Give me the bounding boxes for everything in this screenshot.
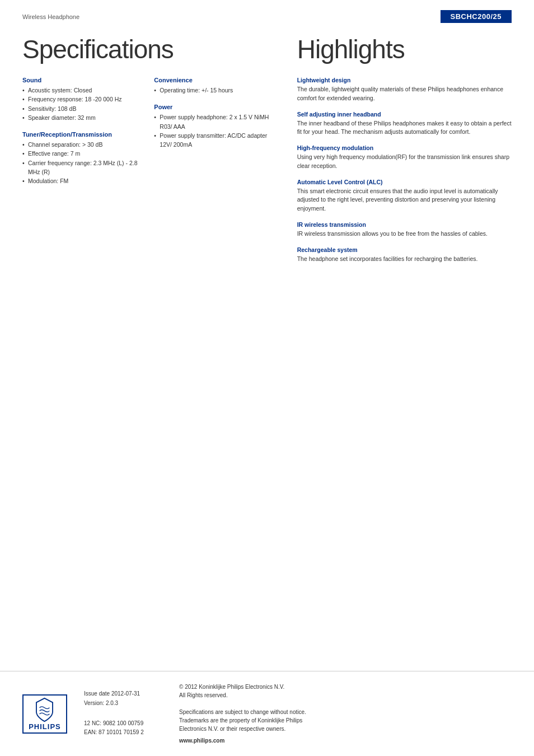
highlights-column: Highlights Lightweight design The durabl… bbox=[292, 29, 512, 271]
highlight-rechargeable: Rechargeable system The headphone set in… bbox=[297, 246, 512, 264]
spec-item: Effective range: 7 m bbox=[22, 149, 143, 158]
highlight-lightweight-title: Lightweight design bbox=[297, 77, 512, 83]
highlights-title: Highlights bbox=[297, 34, 512, 64]
highlight-hf-modulation: High-frequency modulation Using very hig… bbox=[297, 144, 512, 171]
spec-item: Power supply transmitter: AC/DC adapter … bbox=[154, 131, 274, 150]
spec-section-power-title: Power bbox=[154, 104, 274, 110]
philips-logo: PHILIPS bbox=[22, 694, 67, 734]
footer-legal: © 2012 Koninklijke Philips Electronics N… bbox=[179, 683, 512, 745]
spec-list-sound: Acoustic system: Closed Frequency respon… bbox=[22, 86, 143, 122]
spec-item: Operating time: +/- 15 hours bbox=[154, 86, 274, 95]
issue-date: Issue date 2012-07-31 bbox=[84, 690, 162, 697]
legal-text: Specifications are subject to change wit… bbox=[179, 708, 512, 733]
website-link[interactable]: www.philips.com bbox=[179, 736, 512, 745]
philips-shield-icon bbox=[35, 697, 54, 722]
model-number: SBCHC200/25 bbox=[441, 10, 512, 23]
version: Version: 2.0.3 bbox=[84, 700, 162, 706]
highlight-lightweight: Lightweight design The durable, lightwei… bbox=[297, 77, 512, 103]
spec-left-subcol: Sound Acoustic system: Closed Frequency … bbox=[22, 77, 154, 194]
spec-list-tuner: Channel separation: > 30 dB Effective ra… bbox=[22, 140, 143, 185]
philips-logo-text: PHILIPS bbox=[29, 722, 61, 731]
spec-section-convenience: Convenience Operating time: +/- 15 hours bbox=[154, 77, 274, 95]
product-label: Wireless Headphone bbox=[22, 13, 79, 20]
spec-section-tuner: Tuner/Reception/Transmission Channel sep… bbox=[22, 131, 143, 185]
footer: PHILIPS Issue date 2012-07-31 Version: 2… bbox=[0, 671, 534, 756]
highlight-ir-wireless: IR wireless transmission IR wireless tra… bbox=[297, 221, 512, 239]
spec-list-power: Power supply headphone: 2 x 1.5 V NiMH R… bbox=[154, 113, 274, 149]
spec-item: Frequency response: 18 -20 000 Hz bbox=[22, 95, 143, 104]
footer-nc: 12 NC: 9082 100 00759 EAN: 87 10101 7015… bbox=[84, 719, 162, 737]
highlight-alc-title: Automatic Level Control (ALC) bbox=[297, 179, 512, 185]
spec-list-convenience: Operating time: +/- 15 hours bbox=[154, 86, 274, 95]
main-content: Specifications Sound Acoustic system: Cl… bbox=[0, 29, 534, 271]
highlight-ir-wireless-desc: IR wireless transmission allows you to b… bbox=[297, 230, 512, 239]
spec-section-sound: Sound Acoustic system: Closed Frequency … bbox=[22, 77, 143, 122]
highlight-rechargeable-desc: The headphone set incorporates facilitie… bbox=[297, 255, 512, 264]
spec-item: Acoustic system: Closed bbox=[22, 86, 143, 95]
ean-label: EAN: 87 10101 70159 2 bbox=[84, 728, 162, 737]
specifications-column: Specifications Sound Acoustic system: Cl… bbox=[22, 29, 292, 271]
highlight-lightweight-desc: The durable, lightweight quality materia… bbox=[297, 85, 512, 103]
highlight-rechargeable-title: Rechargeable system bbox=[297, 246, 512, 253]
highlight-headband: Self adjusting inner headband The inner … bbox=[297, 111, 512, 137]
highlight-hf-modulation-title: High-frequency modulation bbox=[297, 144, 512, 151]
highlight-alc-desc: This smart electronic circuit ensures th… bbox=[297, 187, 512, 213]
spec-section-convenience-title: Convenience bbox=[154, 77, 274, 83]
spec-section-power: Power Power supply headphone: 2 x 1.5 V … bbox=[154, 104, 274, 149]
footer-meta: Issue date 2012-07-31 Version: 2.0.3 12 … bbox=[84, 690, 162, 737]
spec-item: Sensitivity: 108 dB bbox=[22, 104, 143, 113]
header: Wireless Headphone SBCHC200/25 bbox=[0, 0, 534, 29]
spec-item: Carrier frequency range: 2.3 MHz (L) - 2… bbox=[22, 158, 143, 177]
spec-section-sound-title: Sound bbox=[22, 77, 143, 83]
spec-sections-container: Sound Acoustic system: Closed Frequency … bbox=[22, 77, 275, 194]
copyright-text: © 2012 Koninklijke Philips Electronics N… bbox=[179, 683, 512, 699]
spec-item: Channel separation: > 30 dB bbox=[22, 140, 143, 149]
highlight-headband-desc: The inner headband of these Philips head… bbox=[297, 119, 512, 137]
philips-logo-icon: PHILIPS bbox=[29, 697, 61, 731]
specifications-title: Specifications bbox=[22, 34, 275, 64]
spec-item: Power supply headphone: 2 x 1.5 V NiMH R… bbox=[154, 113, 274, 131]
spec-item: Speaker diameter: 32 mm bbox=[22, 113, 143, 122]
spec-section-tuner-title: Tuner/Reception/Transmission bbox=[22, 131, 143, 138]
page: Wireless Headphone SBCHC200/25 Specifica… bbox=[0, 0, 534, 756]
nc-label: 12 NC: 9082 100 00759 bbox=[84, 719, 162, 728]
highlight-ir-wireless-title: IR wireless transmission bbox=[297, 221, 512, 228]
highlight-hf-modulation-desc: Using very high frequency modulation(RF)… bbox=[297, 153, 512, 171]
highlight-headband-title: Self adjusting inner headband bbox=[297, 111, 512, 118]
spec-item: Modulation: FM bbox=[22, 176, 143, 185]
highlight-alc: Automatic Level Control (ALC) This smart… bbox=[297, 179, 512, 213]
spec-right-subcol: Convenience Operating time: +/- 15 hours… bbox=[154, 77, 274, 194]
